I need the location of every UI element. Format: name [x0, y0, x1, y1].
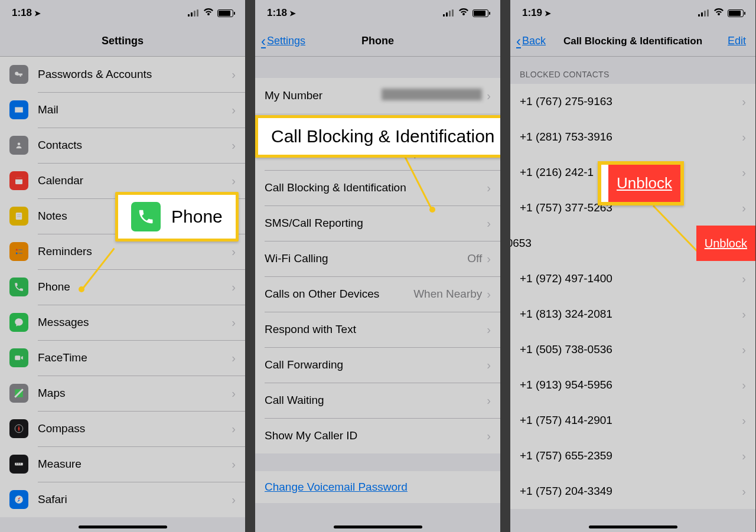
row-label: Reminders [38, 245, 232, 258]
row-label: Maps [38, 387, 232, 400]
chevron-right-icon: › [487, 288, 491, 301]
svg-rect-2 [15, 178, 22, 179]
phone-row-call-blocking-identification[interactable]: Call Blocking & Identification › [255, 170, 500, 205]
blocked-number: +1 (505) 738-0536 [520, 343, 742, 356]
row-label: Show My Caller ID [265, 429, 487, 442]
svg-rect-3 [16, 213, 22, 220]
edit-button[interactable]: Edit [728, 35, 755, 47]
phone-row-calls-on-other-devices[interactable]: Calls on Other Devices When Nearby › [255, 276, 500, 312]
chevron-right-icon: › [487, 217, 491, 230]
battery-icon [217, 9, 233, 17]
chevron-right-icon: › [232, 174, 236, 188]
blocked-contact-row[interactable]: +1 (767) 275-9163 › [510, 84, 755, 119]
blocked-contact-row[interactable]: +1 (281) 753-3916 › [510, 119, 755, 155]
phone-row-call-waiting[interactable]: Call Waiting › [255, 383, 500, 418]
facetime-icon [9, 348, 28, 367]
blocked-contact-row[interactable]: +1 (813) 324-2081 › [510, 296, 755, 332]
chevron-right-icon: › [487, 394, 491, 407]
reminders-icon [9, 242, 28, 261]
chevron-right-icon: › [232, 68, 236, 81]
row-label: Call Blocking & Identification [265, 181, 487, 194]
blocked-number: +1 (813) 324-2081 [520, 308, 742, 321]
svg-point-6 [16, 249, 18, 251]
chevron-right-icon: › [742, 414, 746, 427]
back-button[interactable]: ‹Back [510, 34, 546, 48]
battery-icon [728, 9, 744, 17]
row-label: Call Forwarding [265, 358, 487, 371]
chevron-right-icon: › [232, 422, 236, 436]
callout-unblock: Unblock [598, 161, 684, 205]
nav-bar: ‹Settings Phone [255, 26, 500, 57]
chevron-right-icon: › [232, 387, 236, 400]
settings-row-phone[interactable]: Phone › [0, 269, 245, 305]
back-button[interactable]: ‹Settings [255, 34, 305, 48]
unblock-button[interactable]: Unblock [696, 226, 755, 261]
chevron-right-icon: › [487, 181, 491, 195]
chevron-right-icon: › [232, 103, 236, 117]
change-voicemail-password-link[interactable]: Change Voicemail Password [255, 471, 500, 503]
blocked-contact-row[interactable]: +1 (505) 738-0536 › [510, 332, 755, 367]
phone-row-respond-with-text[interactable]: Respond with Text › [255, 312, 500, 347]
phone-row-show-my-caller-id[interactable]: Show My Caller ID › [255, 418, 500, 453]
blocked-number: +1 (767) 275-9163 [520, 95, 742, 108]
row-my-number[interactable]: My Number › [255, 78, 500, 113]
blocked-contact-row[interactable]: ) 574-0653 › [510, 226, 713, 261]
home-indicator[interactable] [589, 526, 677, 528]
settings-row-maps[interactable]: Maps › [0, 376, 245, 411]
chevron-right-icon: › [742, 343, 746, 357]
chevron-right-icon: › [742, 201, 746, 215]
blocked-number: +1 (757) 414-2901 [520, 414, 742, 427]
row-value: Off [467, 252, 482, 265]
blocked-number: +1 (281) 753-3916 [520, 130, 742, 143]
measure-icon [9, 455, 28, 474]
settings-row-passwords-accounts[interactable]: Passwords & Accounts › [0, 57, 245, 92]
cell-signal-icon [443, 9, 455, 17]
row-label: SMS/Call Reporting [265, 217, 487, 230]
screen-blocked-contacts: 1:19➤ ‹Back Call Blocking & Identificati… [510, 0, 755, 532]
chevron-right-icon: › [742, 95, 746, 109]
home-indicator[interactable] [79, 526, 167, 528]
chevron-right-icon: › [232, 280, 236, 294]
chevron-left-icon: ‹ [261, 34, 266, 48]
chevron-right-icon: › [232, 458, 236, 471]
svg-point-0 [18, 143, 21, 146]
nav-bar: Settings [0, 26, 245, 57]
row-label: Calls on Other Devices [265, 288, 413, 301]
settings-row-safari[interactable]: Safari › [0, 482, 245, 517]
settings-row-contacts[interactable]: Contacts › [0, 128, 245, 163]
row-label: Passwords & Accounts [38, 68, 232, 81]
chevron-right-icon: › [742, 485, 746, 498]
status-bar: 1:19➤ [510, 0, 755, 26]
home-indicator[interactable] [334, 526, 422, 528]
chevron-right-icon: › [742, 166, 746, 179]
blocked-contact-row[interactable]: +1 (913) 954-5956 › [510, 367, 755, 403]
svg-rect-9 [18, 253, 22, 254]
row-label: Respond with Text [265, 323, 487, 336]
svg-rect-12 [15, 463, 23, 466]
blocked-contact-row[interactable]: +1 (972) 497-1400 › [510, 261, 755, 296]
row-label: Safari [38, 493, 232, 506]
settings-row-measure[interactable]: Measure › [0, 446, 245, 482]
blocked-contact-row[interactable]: +1 (757) 414-2901 › [510, 403, 755, 438]
settings-row-messages[interactable]: Messages › [0, 305, 245, 340]
settings-row-compass[interactable]: Compass › [0, 411, 245, 446]
chevron-right-icon: › [232, 493, 236, 507]
blocked-number: ) 574-0653 [510, 237, 699, 250]
chevron-left-icon: ‹ [516, 34, 521, 48]
wifi-icon [713, 8, 724, 18]
blocked-number: +1 (972) 497-1400 [520, 272, 742, 285]
nav-bar: ‹Back Call Blocking & Identification Edi… [510, 26, 755, 57]
blocked-contact-row[interactable]: +1 (757) 655-2359 › [510, 438, 755, 474]
phone-row-sms-call-reporting[interactable]: SMS/Call Reporting › [255, 205, 500, 241]
row-label: Measure [38, 458, 232, 471]
chevron-right-icon: › [487, 252, 491, 266]
settings-row-mail[interactable]: Mail › [0, 92, 245, 128]
callout-cbi-label: Call Blocking & Identification [263, 126, 495, 146]
phone-row-wi-fi-calling[interactable]: Wi-Fi Calling Off › [255, 241, 500, 276]
blocked-contact-row[interactable]: +1 (757) 204-3349 › [510, 474, 755, 509]
chevron-right-icon: › [232, 351, 236, 365]
phone-row-call-forwarding[interactable]: Call Forwarding › [255, 347, 500, 383]
cell-signal-icon [188, 9, 200, 17]
settings-row-facetime[interactable]: FaceTime › [0, 340, 245, 376]
row-label: Phone [38, 280, 232, 293]
